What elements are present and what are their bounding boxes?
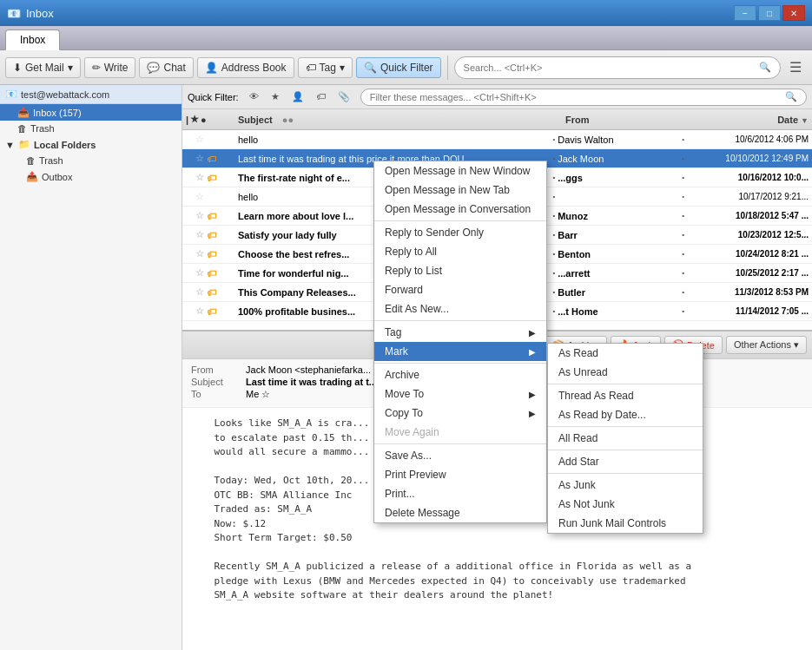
context-menu-item-label: Reply to All [385, 246, 437, 258]
context-menu-item-label: Edit As New... [385, 303, 449, 315]
mark-submenu-item[interactable]: As Read by Date... [548, 405, 703, 424]
submenu-arrow-icon: ▶ [529, 328, 536, 338]
context-menu-item-label: Mark [385, 345, 408, 358]
submenu-separator [548, 384, 703, 384]
submenu-separator [548, 450, 703, 450]
context-menu-item[interactable]: Archive [374, 365, 546, 384]
context-menu-separator [374, 443, 546, 444]
submenu-arrow-icon: ▶ [529, 390, 536, 399]
mark-submenu-item[interactable]: As Unread [548, 363, 703, 382]
context-menu-item-label: Reply to List [385, 265, 442, 277]
context-menu-item-label: Move Again [385, 426, 439, 438]
context-menu-item[interactable]: Reply to Sender Only [374, 223, 546, 242]
mark-submenu-item[interactable]: Thread As Read [548, 386, 703, 405]
context-menu-item[interactable]: Delete Message [374, 503, 546, 522]
context-menu-item[interactable]: Mark▶ [374, 342, 546, 361]
context-menu: Open Message in New WindowOpen Message i… [373, 161, 547, 523]
context-menu-item-label: Reply to Sender Only [385, 227, 484, 239]
mark-submenu-item[interactable]: As Read [548, 344, 703, 363]
mark-submenu-item[interactable]: Run Junk Mail Controls [548, 514, 703, 533]
submenu-separator [548, 426, 703, 427]
context-menu-item-label: Forward [385, 284, 423, 296]
mark-submenu-item[interactable]: As Not Junk [548, 495, 703, 514]
submenu-arrow-icon: ▶ [529, 347, 536, 357]
context-menu-item-label: Open Message in New Window [385, 165, 530, 177]
context-menu-item-label: Open Message in New Tab [385, 184, 510, 196]
context-menu-item-label: Delete Message [385, 507, 460, 519]
mark-submenu: As ReadAs UnreadThread As ReadAs Read by… [547, 343, 703, 534]
context-menu-separator [374, 363, 546, 364]
submenu-arrow-icon: ▶ [529, 409, 536, 418]
context-menu-item[interactable]: Forward [374, 280, 546, 299]
mark-submenu-item[interactable]: All Read [548, 429, 703, 448]
context-menu-item[interactable]: Save As... [374, 446, 546, 465]
context-menu-item: Move Again [374, 423, 546, 442]
context-menu-item[interactable]: Tag▶ [374, 323, 546, 342]
context-menu-item[interactable]: Open Message in New Tab [374, 181, 546, 200]
context-menu-separator [374, 220, 546, 221]
context-menu-item[interactable]: Open Message in New Window [374, 161, 546, 181]
context-menu-item-label: Print Preview [385, 469, 446, 481]
mark-submenu-item[interactable]: Add Star [548, 452, 703, 471]
context-menu-item[interactable]: Reply to All [374, 242, 546, 261]
context-menu-item[interactable]: Print Preview [374, 465, 546, 484]
context-menu-separator [374, 320, 546, 321]
mark-submenu-item[interactable]: As Junk [548, 476, 703, 495]
context-menu-item-label: Print... [385, 488, 415, 500]
context-menu-item[interactable]: Open Message in Conversation [374, 200, 546, 219]
context-menu-item-label: Open Message in Conversation [385, 203, 531, 215]
context-menu-item[interactable]: Copy To▶ [374, 404, 546, 423]
context-menu-item-label: Move To [385, 388, 424, 400]
submenu-separator [548, 473, 703, 474]
context-menu-item[interactable]: Reply to List [374, 261, 546, 280]
context-menu-item-label: Copy To [385, 407, 423, 419]
context-menu-item[interactable]: Edit As New... [374, 299, 546, 318]
context-menu-item-label: Tag [385, 326, 401, 338]
context-menu-item-label: Save As... [385, 450, 432, 462]
context-menu-item[interactable]: Move To▶ [374, 384, 546, 404]
context-menu-item-label: Archive [385, 369, 419, 381]
context-menu-item[interactable]: Print... [374, 484, 546, 503]
